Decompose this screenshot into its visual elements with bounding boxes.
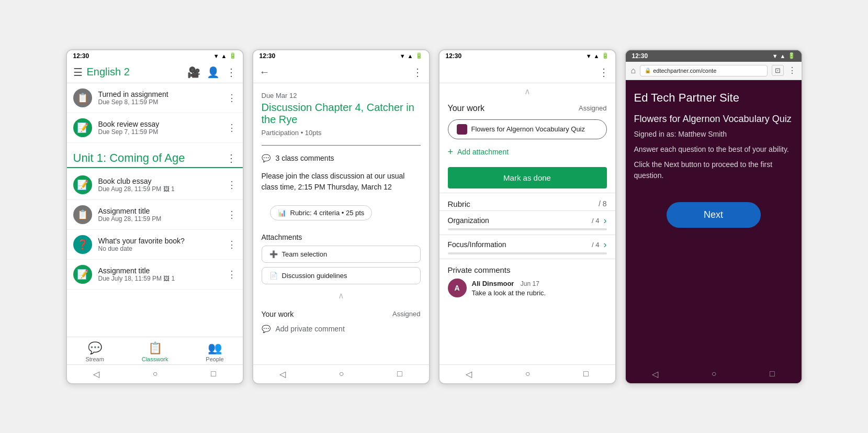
recents-btn[interactable]: □ [770, 369, 775, 379]
item-subtitle: Due Aug 28, 11:59 PM [98, 215, 221, 223]
back-icon[interactable]: ← [260, 66, 270, 78]
screen1-content: 📋 Turned in assignment Due Sep 8, 11:59 … [67, 83, 243, 337]
back-btn[interactable]: ◁ [93, 369, 99, 379]
signed-in-as: Signed in as: Matthew Smith [634, 129, 793, 140]
battery-icon: 🔋 [229, 52, 236, 59]
comment-bubble-icon: 💬 [262, 325, 270, 333]
instruction2: Click the Next button to proceed to the … [634, 159, 793, 181]
wifi-icon: ▼ [400, 53, 405, 59]
work-header: Your work Assigned [439, 97, 615, 117]
more-vert-icon[interactable]: ⋮ [412, 66, 423, 79]
classwork-icon: 📋 [148, 341, 162, 355]
list-item[interactable]: 📝 Book club essay Due Aug 28, 11:59 PM 🖼… [67, 170, 243, 200]
quiz-label: Flowers for Algernon Vocabulary Quiz [471, 125, 585, 133]
mark-done-button[interactable]: Mark as done [448, 167, 607, 188]
next-button[interactable]: Next [667, 202, 761, 228]
screen1-time: 12:30 [73, 52, 89, 60]
home-icon[interactable]: ⌂ [631, 66, 636, 75]
recents-btn[interactable]: □ [583, 369, 589, 379]
attachment2[interactable]: 📄 Discussion guidelines [262, 267, 421, 284]
video-icon[interactable]: 🎥 [187, 66, 200, 79]
person-add-icon[interactable]: 👤 [207, 66, 220, 79]
chevron-right-icon: › [604, 239, 607, 250]
back-btn[interactable]: ◁ [652, 369, 658, 379]
comments-count: 3 class comments [276, 154, 334, 162]
dark-content: Ed Tech Partner Site Flowers for Algerno… [626, 80, 802, 365]
scroll-indicator: ∧ [253, 286, 429, 305]
screen2-status-bar: 12:30 ▼ ▲ 🔋 [253, 50, 429, 62]
recents-btn[interactable]: □ [397, 369, 402, 379]
rubric-org-item[interactable]: Organization / 4 › [439, 210, 615, 235]
nav-stream[interactable]: 💬 Stream [79, 341, 110, 362]
screen2-phone: 12:30 ▼ ▲ 🔋 ← ⋮ Due Mar 12 Discussion Ch… [252, 49, 430, 384]
nav-people[interactable]: 👥 People [199, 341, 230, 362]
more-icon[interactable]: ⋮ [227, 269, 236, 280]
more-vert-icon[interactable]: ⋮ [226, 66, 236, 79]
more-vert-icon[interactable]: ⋮ [599, 66, 609, 79]
comments-row[interactable]: 💬 3 class comments [253, 150, 429, 166]
item-title: Book review essay [98, 120, 221, 128]
list-item[interactable]: 📝 Assignment title Due July 18, 11:59 PM… [67, 260, 243, 290]
home-btn[interactable]: ○ [339, 369, 344, 379]
list-item[interactable]: ❓ What's your favorite book? No due date… [67, 230, 243, 260]
screen3-phone: 12:30 ▼ ▲ 🔋 ⋮ ∧ Your work Assigned Flowe… [438, 49, 616, 384]
attachment2-label: Discussion guidelines [282, 272, 347, 280]
assignment-header: Due Mar 12 Discussion Chapter 4, Catcher… [253, 83, 429, 141]
org-label: Organization [448, 216, 489, 225]
add-attachment-row[interactable]: + Add attachment [439, 141, 615, 163]
list-item[interactable]: 📋 Assignment title Due Aug 28, 11:59 PM … [67, 200, 243, 230]
screen4-android-nav: ◁ ○ □ [626, 365, 802, 383]
attachment1[interactable]: ➕ Team selection [262, 246, 421, 263]
screen3-status-icons: ▼ ▲ 🔋 [586, 52, 609, 59]
assignment-title: Discussion Chapter 4, Catcher in the Rye [262, 102, 421, 126]
browser-more-icon[interactable]: ⋮ [788, 65, 796, 75]
add-comment-row[interactable]: 💬 Add private comment [253, 320, 429, 337]
rubric-pill[interactable]: 📊 Rubric: 4 criteria • 25 pts [270, 205, 373, 220]
rubric-label: Rubric: 4 criteria • 25 pts [290, 209, 365, 217]
focus-progress-bar [448, 252, 607, 254]
org-score: / 4 [592, 217, 599, 225]
battery-icon: 🔋 [788, 52, 795, 59]
section-more-icon[interactable]: ⋮ [226, 152, 236, 164]
more-icon[interactable]: ⋮ [227, 209, 236, 220]
recents-btn[interactable]: □ [211, 369, 216, 379]
screen3-time: 12:30 [446, 52, 462, 60]
screen2-status-icons: ▼ ▲ 🔋 [400, 52, 423, 59]
org-progress-bar [448, 228, 607, 230]
commenter-name: Ali Dinsmoor [472, 280, 514, 287]
divider [262, 145, 421, 146]
attachment2-icon: 📄 [269, 272, 278, 280]
screen2-content: Due Mar 12 Discussion Chapter 4, Catcher… [253, 83, 429, 364]
stream-icon: 💬 [88, 341, 102, 355]
more-icon[interactable]: ⋮ [227, 179, 236, 191]
home-btn[interactable]: ○ [712, 369, 717, 379]
list-item[interactable]: 📋 Turned in assignment Due Sep 8, 11:59 … [67, 83, 243, 113]
quiz-pill[interactable]: Flowers for Algernon Vocabulary Quiz [448, 119, 607, 139]
more-icon[interactable]: ⋮ [227, 239, 236, 250]
rubric-icon: 📊 [278, 209, 286, 217]
screen1-android-nav: ◁ ○ □ [67, 364, 243, 383]
more-icon[interactable]: ⋮ [227, 122, 236, 134]
item-subtitle: No due date [98, 245, 221, 252]
back-btn[interactable]: ◁ [466, 369, 472, 379]
back-btn[interactable]: ◁ [279, 369, 286, 379]
due-date: Due Mar 12 [262, 92, 421, 99]
item-title: Assignment title [98, 207, 221, 215]
instruction1: Answer each question to the best of your… [634, 144, 793, 155]
rubric-focus-header: Focus/Information / 4 › [448, 239, 607, 250]
assigned-label: Assigned [392, 310, 420, 318]
home-btn[interactable]: ○ [525, 369, 531, 379]
rubric-focus-item[interactable]: Focus/Information / 4 › [439, 235, 615, 259]
url-bar[interactable]: 🔒 edtechpartner.com/conte [640, 65, 767, 76]
lock-icon: 🔒 [645, 68, 651, 73]
list-item[interactable]: 📝 Book review essay Due Sep 7, 11:59 PM … [67, 113, 243, 143]
list-text: Turned in assignment Due Sep 8, 11:59 PM [98, 90, 221, 106]
wifi-icon: ▼ [213, 53, 219, 59]
site-title: Ed Tech Partner Site [634, 91, 793, 106]
nav-classwork[interactable]: 📋 Classwork [136, 341, 175, 362]
item-subtitle: Due Aug 28, 11:59 PM 🖼 1 [98, 185, 221, 193]
home-btn[interactable]: ○ [153, 369, 158, 379]
more-icon[interactable]: ⋮ [227, 92, 236, 104]
tab-count[interactable]: ⊡ [772, 65, 784, 76]
menu-icon[interactable]: ☰ [73, 66, 83, 79]
